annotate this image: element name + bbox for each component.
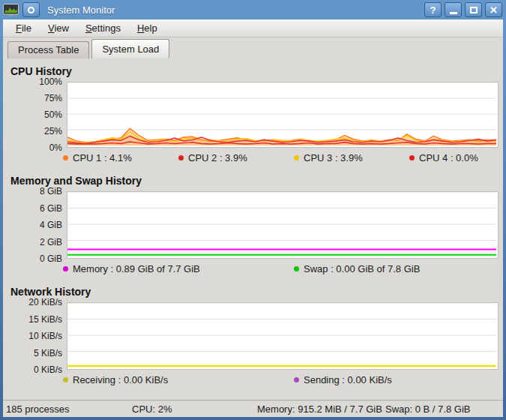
window-title: System Monitor	[47, 4, 421, 16]
legend-memory: Memory : 0.89 GiB of 7.7 GiB	[63, 263, 200, 274]
cpu-y-axis: 100%75%50%25%0%	[7, 82, 67, 148]
memory-legend-label: Memory : 0.89 GiB of 7.7 GiB	[73, 263, 200, 274]
network-y-axis: 20 KiB/s15 KiB/s10 KiB/s5 KiB/s0 KiB/s	[7, 302, 67, 370]
close-button[interactable]: ✕	[485, 2, 502, 17]
memory-legend: Memory : 0.89 GiB of 7.7 GiB Swap : 0.00…	[7, 259, 499, 279]
cpu2-dot-icon	[178, 155, 184, 160]
legend-swap: Swap : 0.00 GiB of 7.8 GiB	[294, 263, 420, 274]
receiving-dot-icon	[63, 377, 68, 382]
status-cpu: CPU: 2%	[132, 404, 172, 415]
cpu4-legend-label: CPU 4 : 0.0%	[419, 152, 478, 164]
statusbar: 185 processes CPU: 2% Memory: 915.2 MiB …	[3, 400, 503, 417]
network-history-title: Network History	[10, 286, 499, 298]
cpu1-dot-icon	[63, 155, 68, 160]
tab-system-load[interactable]: System Load	[91, 39, 169, 58]
system-monitor-window: System Monitor ? ✕ File View Settings He…	[0, 0, 506, 420]
window-menu-button[interactable]	[22, 2, 40, 17]
app-icon	[3, 3, 19, 16]
cpu-history-title: CPU History	[10, 65, 499, 77]
legend-cpu1: CPU 1 : 4.1%	[63, 152, 132, 164]
sending-dot-icon	[294, 377, 299, 382]
cpu1-legend-label: CPU 1 : 4.1%	[73, 152, 132, 164]
maximize-button[interactable]	[465, 2, 482, 17]
legend-cpu2: CPU 2 : 3.9%	[178, 152, 247, 164]
cpu-history-chart	[67, 82, 499, 148]
status-memory: Memory: 915.2 MiB / 7.7 GiB	[257, 404, 382, 415]
help-button[interactable]: ?	[424, 2, 442, 17]
memory-dot-icon	[63, 266, 68, 272]
menubar: File View Settings Help	[3, 20, 503, 38]
menu-view[interactable]: View	[40, 20, 77, 36]
status-processes: 185 processes	[6, 404, 70, 415]
sending-legend-label: Sending : 0.00 KiB/s	[304, 374, 392, 386]
cpu2-legend-label: CPU 2 : 3.9%	[188, 152, 247, 164]
cpu3-legend-label: CPU 3 : 3.9%	[304, 152, 363, 164]
status-swap: Swap: 0 B / 7.8 GiB	[385, 404, 470, 415]
legend-receiving: Receiving : 0.00 KiB/s	[63, 374, 168, 386]
tabbar: Process Table System Load	[3, 38, 503, 58]
memory-y-axis: 8 GiB6 GiB4 GiB2 GiB0 GiB	[7, 191, 67, 259]
system-load-panel: CPU History 100%75%50%25%0% CPU 1 : 4.1%…	[3, 58, 503, 400]
menu-settings[interactable]: Settings	[77, 20, 129, 36]
maximize-icon	[470, 7, 478, 14]
titlebar: System Monitor ? ✕	[0, 0, 506, 20]
window-menu-icon	[28, 7, 34, 14]
network-legend: Receiving : 0.00 KiB/s Sending : 0.00 Ki…	[7, 370, 499, 390]
cpu-chart-row: 100%75%50%25%0%	[7, 82, 499, 148]
legend-sending: Sending : 0.00 KiB/s	[294, 374, 392, 386]
menu-help[interactable]: Help	[129, 20, 166, 36]
menu-file[interactable]: File	[7, 20, 40, 36]
network-chart-row: 20 KiB/s15 KiB/s10 KiB/s5 KiB/s0 KiB/s	[7, 302, 499, 370]
minimize-icon	[450, 12, 457, 14]
window-body: File View Settings Help Process Table Sy…	[3, 20, 503, 417]
legend-cpu4: CPU 4 : 0.0%	[409, 152, 478, 164]
legend-cpu3: CPU 3 : 3.9%	[294, 152, 363, 164]
memory-history-chart	[67, 191, 499, 259]
network-history-chart	[67, 302, 499, 370]
memory-chart-row: 8 GiB6 GiB4 GiB2 GiB0 GiB	[7, 191, 499, 259]
memory-history-title: Memory and Swap History	[10, 175, 499, 187]
minimize-button[interactable]	[445, 2, 462, 17]
cpu-legend: CPU 1 : 4.1% CPU 2 : 3.9% CPU 3 : 3.9% C…	[7, 148, 499, 168]
receiving-legend-label: Receiving : 0.00 KiB/s	[73, 374, 168, 386]
cpu4-dot-icon	[409, 155, 415, 160]
cpu3-dot-icon	[294, 155, 299, 160]
swap-legend-label: Swap : 0.00 GiB of 7.8 GiB	[304, 263, 420, 274]
tab-process-table[interactable]: Process Table	[7, 41, 89, 58]
swap-dot-icon	[294, 266, 299, 272]
